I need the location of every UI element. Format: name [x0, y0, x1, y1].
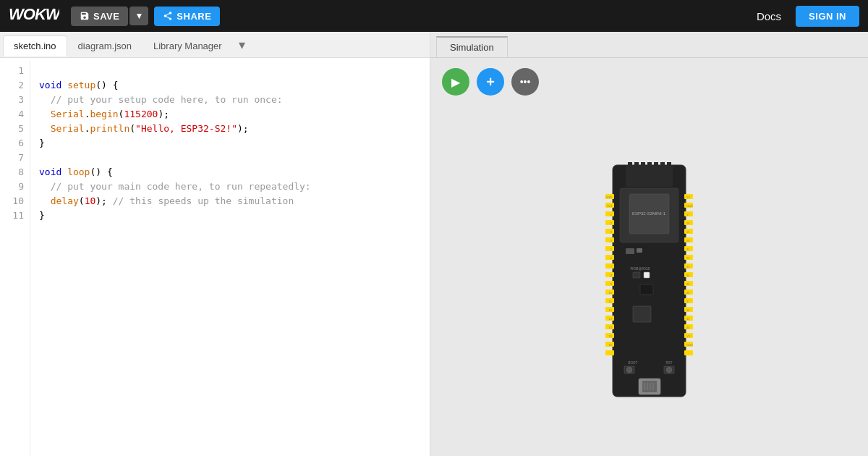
- board-container: ESP32-S2MINI-1 RGB@IO18 BOOT: [430, 106, 868, 456]
- svg-text:GND: GND: [686, 343, 693, 347]
- svg-text:RGB@IO18: RGB@IO18: [631, 266, 650, 271]
- svg-text:37: 37: [686, 300, 690, 303]
- code-content: void setup() { // put your setup code he…: [30, 61, 430, 456]
- tab-sketch[interactable]: sketch.ino: [3, 35, 67, 56]
- svg-text:35: 35: [686, 282, 690, 286]
- svg-text:38: 38: [686, 308, 690, 312]
- svg-rect-9: [667, 162, 671, 169]
- more-icon: •••: [520, 76, 531, 88]
- svg-text:34: 34: [686, 274, 690, 277]
- svg-text:3V3: 3V3: [607, 204, 613, 208]
- svg-text:GND: GND: [686, 204, 693, 208]
- svg-rect-14: [637, 248, 642, 253]
- svg-rect-3: [628, 162, 632, 169]
- simulation-header: Simulation: [430, 32, 868, 58]
- tab-library-manager[interactable]: Library Manager: [142, 35, 233, 56]
- svg-rect-19: [633, 306, 651, 322]
- svg-text:GND: GND: [605, 195, 612, 199]
- svg-text:33: 33: [686, 265, 690, 269]
- svg-rect-8: [660, 162, 665, 169]
- signin-button[interactable]: SIGN IN: [796, 6, 859, 27]
- svg-rect-17: [644, 272, 650, 278]
- simulation-tab[interactable]: Simulation: [436, 36, 508, 57]
- play-button[interactable]: ▶: [442, 68, 469, 96]
- editor-panel: sketch.ino diagram.json Library Manager …: [0, 32, 430, 456]
- main-layout: sketch.ino diagram.json Library Manager …: [0, 32, 868, 456]
- svg-rect-4: [634, 162, 639, 169]
- svg-point-25: [666, 367, 672, 373]
- svg-text:14: 14: [609, 326, 613, 329]
- svg-text:11: 11: [609, 300, 613, 303]
- svg-text:13: 13: [609, 317, 613, 321]
- svg-text:ESP32-S2MINI-1: ESP32-S2MINI-1: [632, 211, 666, 216]
- simulation-panel: Simulation ▶ + •••: [430, 32, 868, 456]
- svg-rect-5: [641, 162, 645, 169]
- svg-rect-50: [605, 350, 614, 355]
- simulation-controls: ▶ + •••: [430, 58, 868, 106]
- svg-text:17: 17: [686, 213, 690, 216]
- header: WOKWI SAVE ▼ SHARE Docs SIGN IN: [0, 0, 868, 32]
- save-label: SAVE: [93, 11, 119, 22]
- save-dropdown-button[interactable]: ▼: [129, 7, 148, 25]
- esp32-board: ESP32-S2MINI-1 RGB@IO18 BOOT: [597, 158, 702, 404]
- tabs-more-button[interactable]: ▾: [234, 35, 250, 54]
- svg-text:36: 36: [686, 291, 690, 295]
- more-options-button[interactable]: •••: [511, 68, 539, 96]
- add-icon: +: [486, 74, 495, 90]
- svg-text:18: 18: [686, 221, 690, 225]
- tab-diagram[interactable]: diagram.json: [67, 35, 142, 56]
- svg-text:20: 20: [686, 239, 690, 242]
- svg-text:16: 16: [609, 343, 613, 347]
- svg-text:22: 22: [686, 256, 690, 260]
- svg-text:VX: VX: [686, 334, 691, 338]
- svg-text:12: 12: [609, 308, 613, 312]
- svg-text:21: 21: [686, 248, 690, 251]
- svg-text:40: 40: [686, 326, 690, 329]
- svg-text:5V: 5V: [686, 195, 690, 199]
- docs-link[interactable]: Docs: [757, 10, 781, 22]
- svg-text:BOOT: BOOT: [629, 361, 638, 365]
- svg-text:10: 10: [609, 291, 613, 295]
- svg-text:RST: RST: [666, 361, 673, 365]
- svg-rect-6: [647, 162, 652, 169]
- share-button[interactable]: SHARE: [154, 7, 220, 26]
- tabs-bar: sketch.ino diagram.json Library Manager …: [0, 32, 430, 58]
- line-numbers: 1 2 3 4 5 6 7 8 9 10 11: [0, 61, 30, 456]
- svg-rect-13: [626, 248, 634, 254]
- add-component-button[interactable]: +: [477, 68, 504, 96]
- svg-point-22: [626, 367, 632, 373]
- svg-rect-69: [684, 350, 693, 355]
- share-label: SHARE: [176, 11, 211, 22]
- svg-rect-18: [640, 284, 653, 295]
- svg-text:15: 15: [609, 334, 613, 338]
- svg-rect-7: [654, 162, 658, 169]
- code-editor[interactable]: 1 2 3 4 5 6 7 8 9 10 11 void setup() { /…: [0, 58, 430, 456]
- save-button[interactable]: SAVE: [71, 7, 128, 26]
- svg-text:WOKWI: WOKWI: [9, 5, 59, 23]
- svg-text:19: 19: [686, 230, 690, 234]
- svg-rect-16: [633, 272, 640, 278]
- svg-text:39: 39: [686, 317, 690, 321]
- play-icon: ▶: [451, 75, 460, 89]
- logo: WOKWI: [9, 4, 59, 28]
